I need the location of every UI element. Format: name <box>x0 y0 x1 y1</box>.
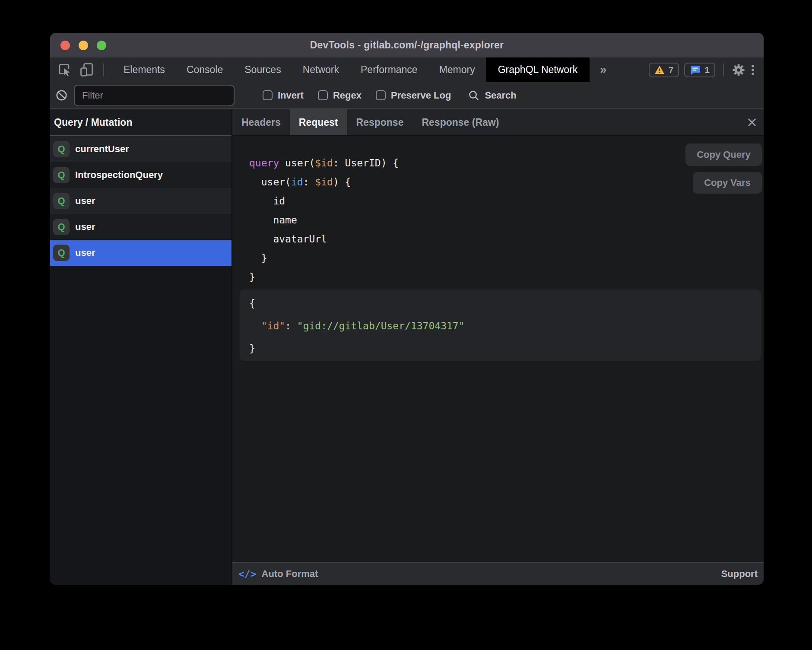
query-type-badge: Q <box>53 193 70 209</box>
checkbox-label: Invert <box>278 90 304 101</box>
detail-tab-strip: HeadersRequestResponseResponse (Raw) <box>232 109 764 136</box>
code-line: "id": "gid://gitlab/User/13704317" <box>249 315 465 337</box>
checkbox-label: Preserve Log <box>391 90 451 101</box>
code-line: query user($id: UserID) { <box>249 153 399 172</box>
copy-vars-button[interactable]: Copy Vars <box>693 172 762 194</box>
detail-tab-request[interactable]: Request <box>290 109 347 135</box>
code-line: { <box>249 292 465 315</box>
devtools-tab-bar: ElementsConsoleSourcesNetworkPerformance… <box>50 57 764 82</box>
minimize-window-button[interactable] <box>79 41 88 50</box>
code-line: } <box>249 268 399 287</box>
issues-count: 1 <box>704 65 710 75</box>
detail-tab-response[interactable]: Response <box>347 109 413 135</box>
checkbox-group-preserve-log[interactable]: Preserve Log <box>376 90 451 101</box>
query-name-label: user <box>75 221 95 233</box>
code-line: } <box>249 337 465 360</box>
main-tab-strip: ElementsConsoleSourcesNetworkPerformance… <box>113 57 590 82</box>
checkbox-preserve-log[interactable] <box>376 90 386 100</box>
query-name-label: user <box>75 195 95 207</box>
query-name-label: currentUser <box>75 143 129 155</box>
close-window-button[interactable] <box>60 41 70 50</box>
panel-footer: </> Auto Format Support <box>232 562 764 585</box>
search-toggle[interactable]: Search <box>468 90 516 101</box>
tab-graphql-network[interactable]: GraphQL Network <box>486 57 590 82</box>
issues-badge[interactable]: 1 <box>684 63 715 77</box>
query-type-badge: Q <box>53 141 70 157</box>
inspect-element-icon[interactable] <box>58 63 71 76</box>
search-icon <box>468 90 479 101</box>
query-list-item[interactable]: Quser <box>50 214 232 240</box>
tab-network[interactable]: Network <box>292 57 350 82</box>
support-link[interactable]: Support <box>721 568 758 580</box>
code-line: avatarUrl <box>249 229 399 249</box>
message-icon <box>690 65 701 75</box>
query-type-badge: Q <box>53 167 70 183</box>
query-list-item[interactable]: Quser <box>50 188 232 214</box>
query-name-label: user <box>75 247 95 258</box>
warning-icon <box>654 65 665 74</box>
block-filter-icon[interactable] <box>56 89 67 101</box>
auto-format-label: Auto Format <box>262 568 318 580</box>
query-list-item[interactable]: QcurrentUser <box>50 136 232 162</box>
graphql-query-code: query user($id: UserID) { user(id: $id) … <box>249 153 399 287</box>
tab-sources[interactable]: Sources <box>234 57 292 82</box>
checkbox-invert[interactable] <box>263 90 273 100</box>
checkbox-regex[interactable] <box>318 90 328 100</box>
query-name-label: IntrospectionQuery <box>75 169 163 181</box>
tab-memory[interactable]: Memory <box>428 57 486 82</box>
toolbar-divider <box>723 64 724 76</box>
device-toolbar-icon[interactable] <box>80 63 95 77</box>
toolbar-divider <box>103 64 104 76</box>
code-brackets-icon: </> <box>238 568 257 580</box>
filter-input[interactable] <box>74 85 235 106</box>
variables-json: { "id": "gid://gitlab/User/13704317"} <box>249 292 465 360</box>
settings-gear-icon[interactable] <box>732 63 745 77</box>
checkbox-group-regex[interactable]: Regex <box>318 90 362 101</box>
tab-console[interactable]: Console <box>176 57 234 82</box>
more-tabs-chevron-icon[interactable]: » <box>590 57 617 82</box>
title-bar: DevTools - gitlab.com/-/graphql-explorer <box>50 33 764 57</box>
warnings-badge[interactable]: 7 <box>649 63 679 77</box>
zoom-window-button[interactable] <box>97 41 106 50</box>
checkbox-label: Regex <box>333 90 362 101</box>
traffic-lights <box>60 33 106 57</box>
filter-bar: InvertRegexPreserve Log Search <box>50 82 764 109</box>
request-detail-panel: HeadersRequestResponseResponse (Raw) que… <box>232 109 764 585</box>
code-line: name <box>249 210 399 229</box>
query-list-header: Query / Mutation <box>50 109 232 136</box>
request-content: query user($id: UserID) { user(id: $id) … <box>232 136 764 562</box>
auto-format-button[interactable]: </> Auto Format <box>238 568 318 580</box>
query-list-item[interactable]: Quser <box>50 240 232 266</box>
devtools-window: DevTools - gitlab.com/-/graphql-explorer… <box>50 33 764 585</box>
query-type-badge: Q <box>53 245 70 261</box>
warnings-count: 7 <box>669 65 674 75</box>
detail-tab-headers[interactable]: Headers <box>232 109 290 135</box>
detail-tab-response-raw[interactable]: Response (Raw) <box>412 109 508 135</box>
copy-query-button[interactable]: Copy Query <box>685 143 762 166</box>
search-label: Search <box>485 90 516 101</box>
query-list-item[interactable]: QIntrospectionQuery <box>50 162 232 188</box>
close-panel-button[interactable] <box>746 109 758 135</box>
code-line: user(id: $id) { <box>249 172 399 191</box>
window-title: DevTools - gitlab.com/-/graphql-explorer <box>310 39 504 51</box>
tab-elements[interactable]: Elements <box>113 57 176 82</box>
query-list-panel: Query / Mutation QcurrentUserQIntrospect… <box>50 109 232 585</box>
variables-box: { "id": "gid://gitlab/User/13704317"} <box>240 290 761 361</box>
more-options-dots-icon[interactable] <box>751 63 755 77</box>
query-type-badge: Q <box>53 219 70 235</box>
code-line: id <box>249 191 399 210</box>
tab-performance[interactable]: Performance <box>350 57 428 82</box>
checkbox-group-invert[interactable]: Invert <box>263 90 304 101</box>
code-line: } <box>249 249 399 268</box>
